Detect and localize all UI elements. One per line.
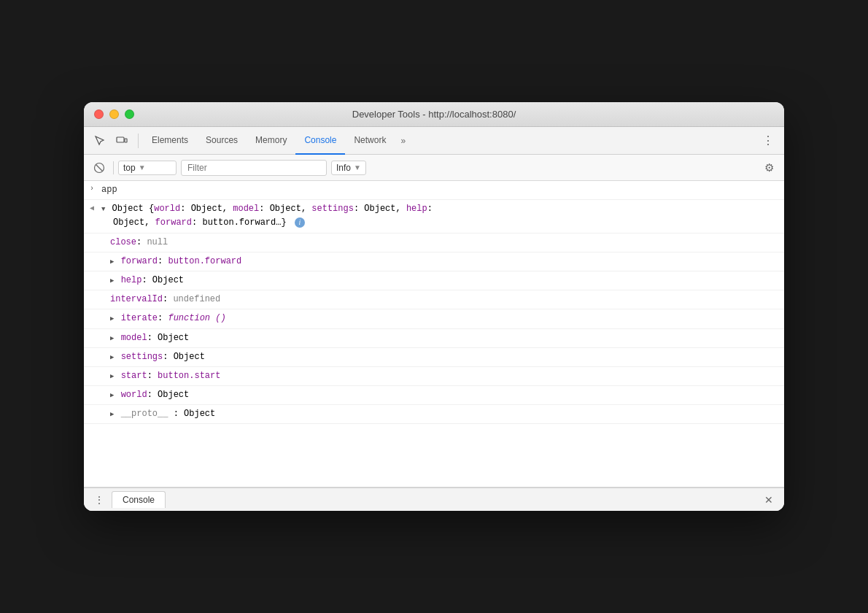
level-selector[interactable]: Info ▼ [331, 161, 366, 175]
expand-settings[interactable]: ▶ [110, 352, 114, 363]
object-root-content: ▼ Object {world: Object, model: Object, … [101, 202, 778, 230]
proto-property: ▶ __proto__ : Object [110, 407, 778, 421]
key-proto: __proto__ [121, 409, 168, 419]
arrow-settings [98, 350, 110, 352]
console-line-world: ▶ world: Object [84, 386, 784, 405]
key-world-prop: world [121, 390, 147, 400]
context-label: top [123, 163, 136, 173]
maximize-button[interactable] [125, 109, 134, 119]
model-property: ▶ model: Object [110, 331, 778, 345]
console-line-start: ▶ start: button.start [84, 367, 784, 386]
start-property: ▶ start: button.start [110, 369, 778, 383]
close-property: close: null [110, 236, 778, 250]
console-toolbar: top ▼ Info ▼ ⚙ [84, 155, 784, 181]
console-line-close: close: null [84, 234, 784, 252]
intervalid-property: intervalId: undefined [110, 293, 778, 306]
arrow-proto [98, 407, 110, 409]
console-line-model: ▶ model: Object [84, 329, 784, 348]
key-help: help [406, 204, 427, 214]
expand-proto[interactable]: ▶ [110, 409, 114, 420]
object-label: Object { [112, 204, 155, 214]
key-model: model [233, 204, 259, 214]
devtools-body: Elements Sources Memory Console Network … [84, 127, 784, 511]
info-icon[interactable]: i [295, 217, 305, 228]
arrow-help [98, 274, 110, 275]
arrow-forward [98, 255, 110, 256]
bottom-menu-button[interactable]: ⋮ [90, 490, 109, 509]
key-help-prop: help [121, 275, 142, 285]
bottom-close-button[interactable]: ✕ [759, 490, 778, 509]
level-label: Info [336, 163, 351, 173]
arrow-back[interactable]: ◀ [90, 202, 101, 212]
console-line-intervalid: intervalId: undefined [84, 290, 784, 309]
console-line-object-root: ◀ ▼ Object {world: Object, model: Object… [84, 200, 784, 233]
key-forward: forward [155, 217, 192, 228]
context-selector[interactable]: top ▼ [118, 161, 177, 175]
key-forward-prop: forward [121, 256, 158, 266]
toolbar-separator-1 [113, 161, 114, 174]
tab-more-button[interactable]: » [395, 136, 411, 146]
svg-rect-1 [125, 139, 127, 142]
devtools-window: Developer Tools - http://localhost:8080/… [84, 102, 784, 511]
tab-sources[interactable]: Sources [197, 127, 247, 155]
arrow-start [98, 369, 110, 371]
titlebar: Developer Tools - http://localhost:8080/ [84, 102, 784, 127]
console-line-iterate: ▶ iterate: function () [84, 309, 784, 328]
arrow-app[interactable]: › [90, 183, 101, 193]
console-line-forward: ▶ forward: button.forward [84, 252, 784, 271]
traffic-lights [94, 109, 134, 119]
expand-world[interactable]: ▶ [110, 390, 114, 401]
key-iterate: iterate [121, 313, 158, 323]
bottom-console-tab[interactable]: Console [112, 491, 166, 508]
arrow-model [98, 331, 110, 333]
svg-rect-0 [117, 137, 124, 142]
arrow-close [98, 236, 110, 237]
expand-start[interactable]: ▶ [110, 371, 114, 382]
expand-arrow-root[interactable]: ▼ [101, 204, 105, 215]
context-arrow: ▼ [139, 163, 146, 171]
filter-input[interactable] [181, 160, 327, 176]
settings-button[interactable]: ⚙ [759, 158, 778, 177]
console-line-settings: ▶ settings: Object [84, 348, 784, 367]
settings-property: ▶ settings: Object [110, 350, 778, 364]
expand-help[interactable]: ▶ [110, 276, 114, 286]
tab-elements[interactable]: Elements [143, 127, 197, 155]
key-model-prop: model [121, 333, 147, 343]
key-intervalid: intervalId [110, 294, 163, 304]
forward-property: ▶ forward: button.forward [110, 255, 778, 269]
tab-network[interactable]: Network [345, 127, 395, 155]
minimize-button[interactable] [109, 109, 119, 119]
tab-bar: Elements Sources Memory Console Network … [84, 127, 784, 155]
expand-model[interactable]: ▶ [110, 334, 114, 344]
key-settings-prop: settings [121, 352, 163, 362]
tab-console[interactable]: Console [295, 127, 345, 155]
key-start: start [121, 371, 147, 381]
console-line-app: › app [84, 181, 784, 200]
bottom-bar: ⋮ Console ✕ [84, 487, 784, 511]
window-title: Developer Tools - http://localhost:8080/ [352, 109, 516, 120]
value-forward: button.forward [168, 256, 241, 266]
clear-console-button[interactable] [90, 158, 109, 177]
tab-separator-1 [138, 134, 139, 148]
value-close: null [147, 237, 168, 247]
devtools-menu-button[interactable]: ⋮ [758, 131, 778, 151]
inspect-element-button[interactable] [90, 131, 110, 151]
console-line-help: ▶ help: Object [84, 271, 784, 290]
app-label: app [101, 183, 778, 197]
help-property: ▶ help: Object [110, 274, 778, 288]
key-world: world [154, 204, 180, 214]
close-button[interactable] [94, 109, 104, 119]
tab-memory[interactable]: Memory [247, 127, 295, 155]
key-close: close [110, 237, 136, 247]
value-intervalid: undefined [173, 294, 220, 304]
svg-line-3 [96, 164, 103, 171]
expand-iterate[interactable]: ▶ [110, 314, 114, 324]
arrow-iterate [98, 312, 110, 313]
level-arrow: ▼ [354, 163, 361, 171]
device-toolbar-button[interactable] [112, 131, 132, 151]
expand-forward[interactable]: ▶ [110, 257, 114, 267]
console-line-proto: ▶ __proto__ : Object [84, 405, 784, 424]
key-settings: settings [311, 204, 354, 214]
iterate-property: ▶ iterate: function () [110, 312, 778, 325]
arrow-intervalid [98, 293, 110, 294]
